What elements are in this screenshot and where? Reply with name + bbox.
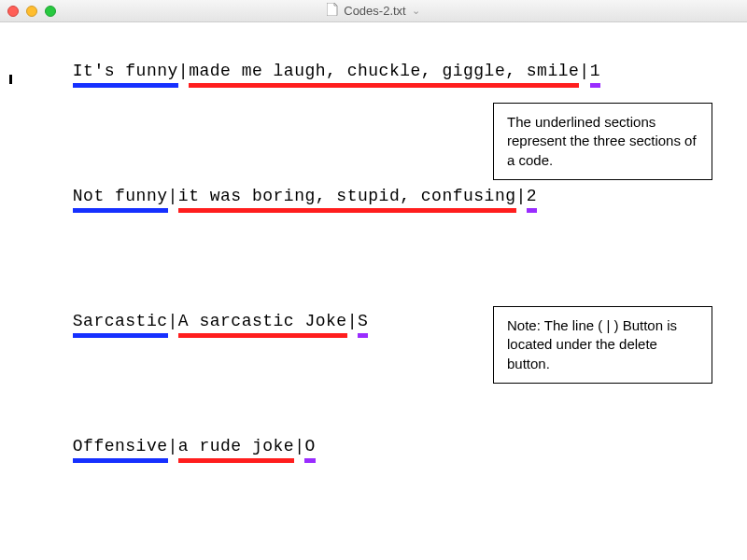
code-part2: a rude joke xyxy=(178,437,294,455)
sep: | xyxy=(347,312,358,330)
code-part1: Offensive xyxy=(73,437,168,455)
code-part2: A sarcastic Joke xyxy=(178,312,347,330)
code-part2: made me laugh, chuckle, giggle, smile xyxy=(189,62,579,80)
cursor-mark xyxy=(9,75,12,84)
minimize-button[interactable] xyxy=(26,6,37,17)
window-controls xyxy=(7,6,56,17)
annotation-text: The underlined sections represent the th… xyxy=(507,114,697,168)
zoom-button[interactable] xyxy=(45,6,56,17)
sep: | xyxy=(579,62,589,80)
code-part3: 2 xyxy=(527,187,537,205)
code-part3: S xyxy=(358,312,368,330)
sep: | xyxy=(168,187,178,205)
sep: | xyxy=(294,437,304,455)
code-part1: It's funny xyxy=(73,62,178,80)
code-line: It's funny|made me laugh, chuckle, giggl… xyxy=(9,43,738,99)
sep: | xyxy=(168,437,178,455)
code-line: Offensive|a rude joke|O xyxy=(9,418,738,474)
code-part1: Not funny xyxy=(73,187,168,205)
window-title: Codes-2.txt xyxy=(344,4,405,18)
code-part2: it was boring, stupid, confusing xyxy=(178,187,516,205)
annotation-box: The underlined sections represent the th… xyxy=(493,103,712,180)
code-part3: 1 xyxy=(590,62,600,80)
title-center: Codes-2.txt ⌄ xyxy=(0,3,747,19)
code-line: Stupid|not funny, not a good joke|J xyxy=(9,543,738,551)
file-icon xyxy=(327,3,338,19)
close-button[interactable] xyxy=(7,6,19,17)
window-titlebar: Codes-2.txt ⌄ xyxy=(0,0,747,22)
code-part3: O xyxy=(304,437,315,455)
annotation-text: Note: The line ( | ) Button is located u… xyxy=(507,317,677,371)
code-part1: Sarcastic xyxy=(73,312,168,330)
chevron-down-icon: ⌄ xyxy=(412,5,420,17)
sep: | xyxy=(168,312,178,330)
text-editor[interactable]: It's funny|made me laugh, chuckle, giggl… xyxy=(9,22,738,551)
sep: | xyxy=(516,187,527,205)
sep: | xyxy=(178,62,189,80)
annotation-box: Note: The line ( | ) Button is located u… xyxy=(493,306,712,384)
